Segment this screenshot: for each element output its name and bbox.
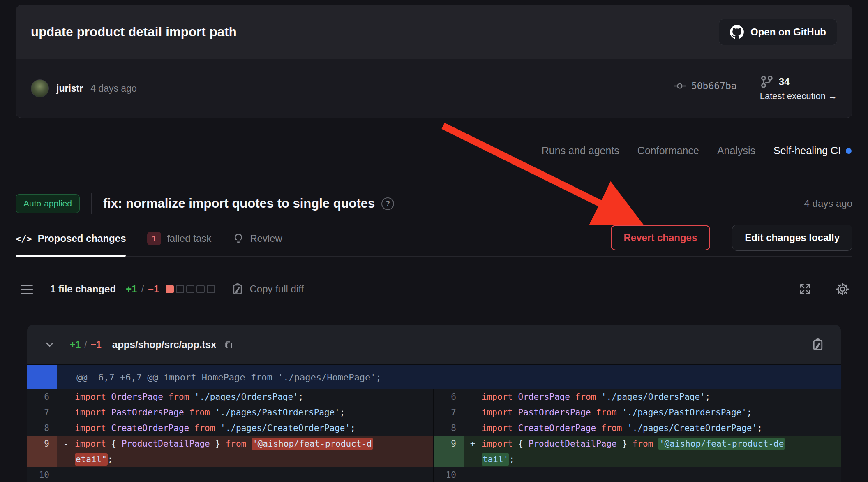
fix-header-row: Auto-applied fix: normalize import quote… xyxy=(16,188,852,219)
hunk-header-text: @@ -6,7 +6,7 @@ import HomePage from './… xyxy=(57,372,381,382)
nav-self-healing-ci[interactable]: Self-healing CI xyxy=(773,145,852,157)
clipboard-icon xyxy=(231,283,244,295)
github-icon xyxy=(730,25,744,39)
open-on-github-label: Open on GitHub xyxy=(750,26,826,38)
deletions-count: −1 xyxy=(148,283,159,295)
settings-gear-icon[interactable] xyxy=(835,282,850,297)
file-list-menu-icon[interactable] xyxy=(21,285,33,294)
latest-execution-link[interactable]: Latest execution → xyxy=(760,91,837,102)
self-healing-ci-page: update product detail import path Open o… xyxy=(0,0,868,482)
commit-author: juristr xyxy=(56,83,83,94)
diff-size-square xyxy=(186,285,194,293)
nav-runs-and-agents[interactable]: Runs and agents xyxy=(542,145,619,157)
diff-pane-new: 6import OrdersPage from './pages/OrdersP… xyxy=(434,389,841,482)
diff-row: 7import PastOrdersPage from './pages/Pas… xyxy=(434,405,841,420)
copy-full-diff-label: Copy full diff xyxy=(249,283,304,295)
diff-toolbar: 1 file changed +1 / −1 Copy full diff xyxy=(21,279,850,299)
file-header: +1 / −1 apps/shop/src/app.tsx xyxy=(27,325,841,365)
diff-row: 6import OrdersPage from './pages/OrdersP… xyxy=(434,389,841,405)
diff-size-square xyxy=(166,285,174,293)
git-commit-icon xyxy=(673,79,686,93)
tab-review[interactable]: Review xyxy=(233,221,282,256)
chevron-down-icon[interactable] xyxy=(44,338,56,351)
fix-title: fix: normalize import quotes to single q… xyxy=(103,196,375,211)
additions-count: +1 xyxy=(126,283,137,295)
execution-count: 34 xyxy=(779,76,790,88)
diff-row: 6import OrdersPage from './pages/OrdersP… xyxy=(27,389,433,405)
diff-row: 10 xyxy=(27,467,433,482)
file-additions: +1 xyxy=(70,339,81,350)
commit-time: 4 days ago xyxy=(90,83,137,94)
slash: / xyxy=(84,339,87,350)
tab-review-label: Review xyxy=(250,233,282,244)
file-path: apps/shop/src/app.tsx xyxy=(112,339,216,350)
auto-applied-badge: Auto-applied xyxy=(16,194,80,213)
tab-failed-task-label: failed task xyxy=(167,233,211,244)
slash: / xyxy=(141,283,144,295)
edit-changes-locally-button[interactable]: Edit changes locally xyxy=(732,225,852,251)
commit-hash-group[interactable]: 50b667ba xyxy=(673,79,737,93)
nav-analysis[interactable]: Analysis xyxy=(717,145,755,157)
hunk-header: @@ -6,7 +6,7 @@ import HomePage from './… xyxy=(27,365,841,389)
nav-conformance[interactable]: Conformance xyxy=(637,145,699,157)
diff-row: 8import CreateOrderPage from './pages/Cr… xyxy=(434,420,841,436)
files-changed-label: 1 file changed xyxy=(50,283,116,295)
hunk-marker-block xyxy=(27,365,57,389)
file-deletions: −1 xyxy=(91,339,102,350)
copy-full-diff-button[interactable]: Copy full diff xyxy=(231,283,304,295)
open-on-github-button[interactable]: Open on GitHub xyxy=(719,19,837,45)
lightbulb-icon xyxy=(233,233,244,244)
workspace-nav: Runs and agents Conformance Analysis Sel… xyxy=(542,145,852,157)
fullscreen-icon[interactable] xyxy=(798,282,812,296)
diff-row: 10 xyxy=(434,467,841,482)
commit-card-header: update product detail import path Open o… xyxy=(16,5,852,59)
code-icon: </> xyxy=(16,234,32,244)
diff-size-square xyxy=(176,285,184,293)
page-title: update product detail import path xyxy=(31,25,719,39)
diff-row: tail'; xyxy=(434,452,841,467)
failed-count-badge: 1 xyxy=(147,232,161,245)
diff-size-square xyxy=(207,285,215,293)
diff-panes: 6import OrdersPage from './pages/OrdersP… xyxy=(27,389,841,482)
diff-row: 8import CreateOrderPage from './pages/Cr… xyxy=(27,420,433,436)
nav-self-healing-ci-label: Self-healing CI xyxy=(773,145,841,157)
diff-row: 7import PastOrdersPage from './pages/Pas… xyxy=(27,405,433,420)
commit-card: update product detail import path Open o… xyxy=(16,5,852,118)
commit-meta-row: juristr 4 days ago 50b667ba xyxy=(16,59,852,118)
copy-file-icon[interactable] xyxy=(811,338,824,351)
divider xyxy=(91,193,92,214)
diff-file-card: +1 / −1 apps/shop/src/app.tsx xyxy=(27,325,841,482)
diff-row: etail"; xyxy=(27,452,433,467)
tab-failed-task[interactable]: 1 failed task xyxy=(147,221,211,256)
diff-pane-old: 6import OrdersPage from './pages/OrdersP… xyxy=(27,389,434,482)
avatar xyxy=(31,79,49,97)
git-branch-icon xyxy=(760,75,773,88)
copy-path-icon[interactable] xyxy=(224,340,233,350)
tabs-row: </> Proposed changes 1 failed task Revie… xyxy=(16,221,852,257)
diff-row: 9+import { ProductDetailPage } from '@ai… xyxy=(434,436,841,452)
fix-time: 4 days ago xyxy=(804,198,852,209)
tab-proposed-changes-label: Proposed changes xyxy=(38,233,126,244)
divider xyxy=(721,226,721,249)
diff-size-square xyxy=(196,285,205,293)
commit-hash: 50b667ba xyxy=(691,81,737,91)
active-indicator-dot xyxy=(846,148,852,154)
help-icon[interactable]: ? xyxy=(381,197,394,210)
diff-size-squares xyxy=(166,285,215,293)
diff-row: 9-import { ProductDetailPage } from "@ai… xyxy=(27,436,433,452)
revert-changes-button[interactable]: Revert changes xyxy=(611,225,711,250)
tab-proposed-changes[interactable]: </> Proposed changes xyxy=(16,221,126,256)
